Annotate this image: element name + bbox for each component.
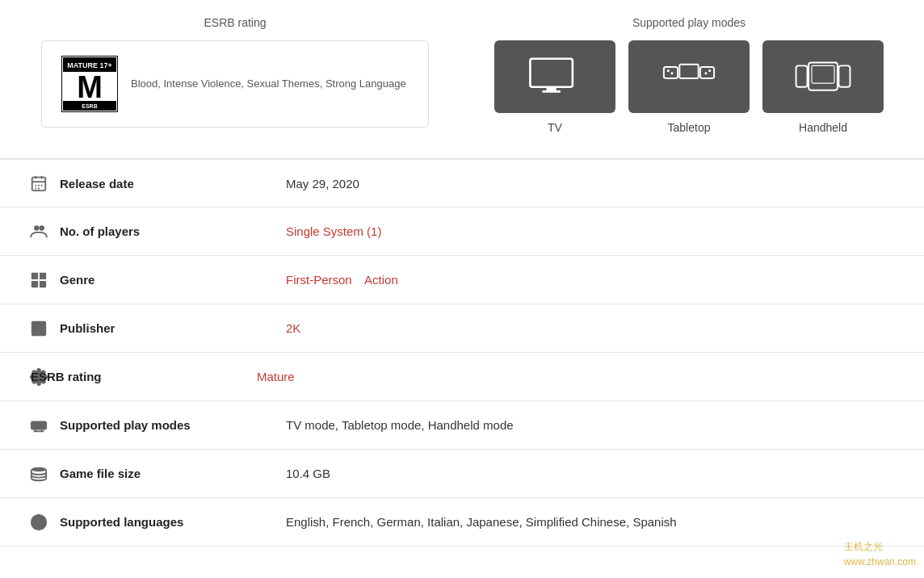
first-person-link[interactable]: First-Person — [286, 273, 352, 287]
publisher-icon — [24, 320, 53, 337]
languages-icon — [24, 513, 53, 531]
tabletop-icon-box — [628, 40, 750, 113]
tabletop-icon — [661, 57, 717, 97]
release-date-value: May 29, 2020 — [286, 177, 900, 191]
svg-rect-9 — [542, 90, 561, 93]
play-modes-row-icon — [24, 417, 53, 434]
supported-languages-label: Supported languages — [60, 515, 286, 529]
svg-rect-8 — [547, 87, 556, 90]
row-supported-languages: Supported languages English, French, Ger… — [0, 498, 924, 547]
svg-rect-15 — [700, 67, 714, 78]
svg-rect-36 — [40, 280, 46, 287]
svg-rect-20 — [812, 65, 834, 83]
esrb-rating-label: ESRB rating — [31, 370, 257, 383]
genre-icon — [24, 271, 53, 289]
play-modes-title: Supported play modes — [632, 16, 746, 29]
play-mode-tv: TV — [494, 40, 615, 134]
publisher-value: 2K — [286, 321, 900, 335]
esrb-section: ESRB rating MATURE 17+ M ESRB Blood, Int… — [24, 16, 446, 134]
release-date-label: Release date — [60, 177, 286, 191]
svg-rect-27 — [38, 185, 40, 186]
genre-label: Genre — [60, 273, 286, 287]
svg-rect-35 — [32, 280, 38, 287]
tv-icon — [527, 57, 583, 97]
play-modes-section: Supported play modes TV — [478, 16, 900, 134]
svg-rect-11 — [679, 65, 698, 78]
svg-point-14 — [670, 72, 673, 74]
publisher-2k-link[interactable]: 2K — [286, 321, 300, 335]
no-of-players-label: No. of players — [60, 224, 286, 238]
no-of-players-value: Single System (1) — [286, 224, 900, 238]
row-esrb-rating: ESRB rating Mature — [0, 353, 924, 401]
play-mode-tabletop: Tabletop — [628, 40, 750, 134]
row-publisher: Publisher 2K — [0, 304, 924, 353]
single-system-link[interactable]: Single System (1) — [286, 224, 381, 238]
game-file-size-label: Game file size — [60, 467, 286, 480]
svg-rect-18 — [796, 65, 808, 86]
svg-rect-33 — [32, 272, 38, 279]
row-release-date: Release date May 29, 2020 — [0, 159, 924, 207]
svg-rect-12 — [664, 67, 678, 78]
calendar-icon — [24, 174, 53, 192]
esrb-description-text: Blood, Intense Violence, Sexual Themes, … — [131, 76, 406, 92]
svg-rect-34 — [40, 272, 46, 279]
svg-point-16 — [708, 69, 711, 72]
svg-rect-21 — [838, 65, 850, 86]
supported-play-modes-label: Supported play modes — [60, 418, 286, 432]
svg-rect-37 — [32, 321, 46, 335]
esrb-rating-value: Mature — [257, 370, 900, 383]
game-file-size-value: 10.4 GB — [286, 467, 900, 480]
supported-play-modes-value: TV mode, Tabletop mode, Handheld mode — [286, 418, 900, 432]
esrb-badge-icon: MATURE 17+ M ESRB — [61, 56, 118, 112]
filesize-icon — [24, 465, 53, 483]
watermark-line1: 主机之光 — [844, 539, 916, 547]
players-icon — [24, 223, 53, 241]
mature-link[interactable]: Mature — [257, 370, 295, 383]
row-no-of-players: No. of players Single System (1) — [0, 207, 924, 256]
svg-point-49 — [32, 467, 46, 471]
svg-point-17 — [704, 72, 707, 74]
info-table: Release date May 29, 2020 No. of players… — [0, 159, 924, 547]
svg-rect-26 — [35, 185, 36, 186]
play-mode-handheld: Handheld — [762, 40, 884, 134]
supported-languages-value: English, French, German, Italian, Japane… — [286, 515, 900, 529]
svg-rect-7 — [530, 59, 573, 87]
handheld-icon-box — [762, 40, 884, 113]
row-genre: Genre First-Person Action — [0, 256, 924, 304]
action-link[interactable]: Action — [364, 273, 398, 287]
svg-point-13 — [667, 69, 670, 72]
tv-icon-box — [494, 40, 615, 113]
svg-rect-10 — [540, 94, 571, 95]
svg-rect-19 — [808, 63, 838, 90]
svg-text:MATURE 17+: MATURE 17+ — [67, 61, 112, 69]
svg-text:M: M — [77, 70, 103, 104]
publisher-label: Publisher — [60, 321, 286, 335]
svg-point-32 — [39, 225, 44, 230]
svg-rect-45 — [32, 421, 46, 429]
row-supported-play-modes: Supported play modes TV mode, Tabletop m… — [0, 401, 924, 450]
tv-label: TV — [548, 121, 562, 134]
watermark: 主机之光 www.zhwan.com — [844, 539, 916, 547]
esrb-card: MATURE 17+ M ESRB Blood, Intense Violenc… — [41, 40, 429, 128]
svg-text:ESRB: ESRB — [82, 103, 97, 109]
top-section: ESRB rating MATURE 17+ M ESRB Blood, Int… — [0, 0, 924, 158]
genre-value: First-Person Action — [286, 273, 900, 287]
play-modes-icons: TV — [494, 40, 884, 134]
svg-rect-28 — [41, 185, 43, 186]
tabletop-label: Tabletop — [668, 121, 711, 134]
svg-rect-29 — [35, 188, 36, 190]
svg-point-31 — [34, 225, 39, 230]
esrb-section-title: ESRB rating — [204, 16, 266, 29]
row-game-file-size: Game file size 10.4 GB — [0, 450, 924, 498]
handheld-label: Handheld — [799, 121, 847, 134]
handheld-icon — [795, 57, 851, 97]
svg-rect-30 — [38, 188, 40, 190]
